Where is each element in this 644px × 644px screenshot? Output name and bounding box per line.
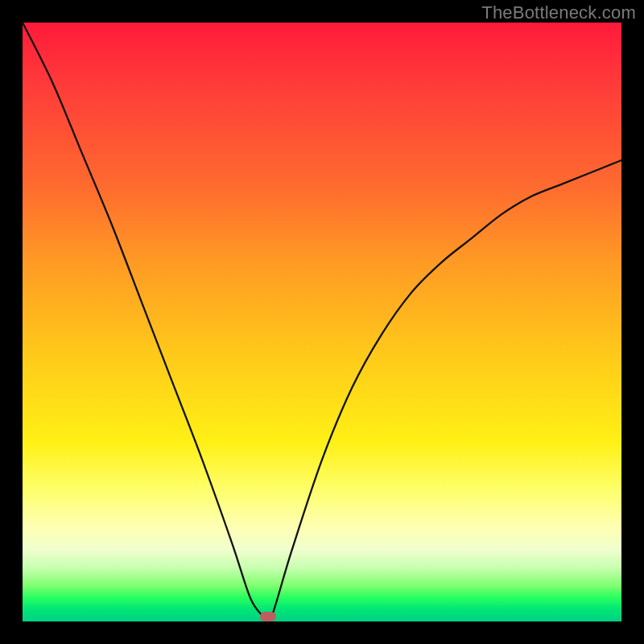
chart-frame: TheBottleneck.com bbox=[0, 0, 644, 644]
optimal-marker bbox=[260, 612, 276, 621]
watermark-text: TheBottleneck.com bbox=[481, 2, 636, 23]
bottleneck-curve bbox=[23, 23, 621, 621]
plot-area bbox=[23, 23, 621, 621]
